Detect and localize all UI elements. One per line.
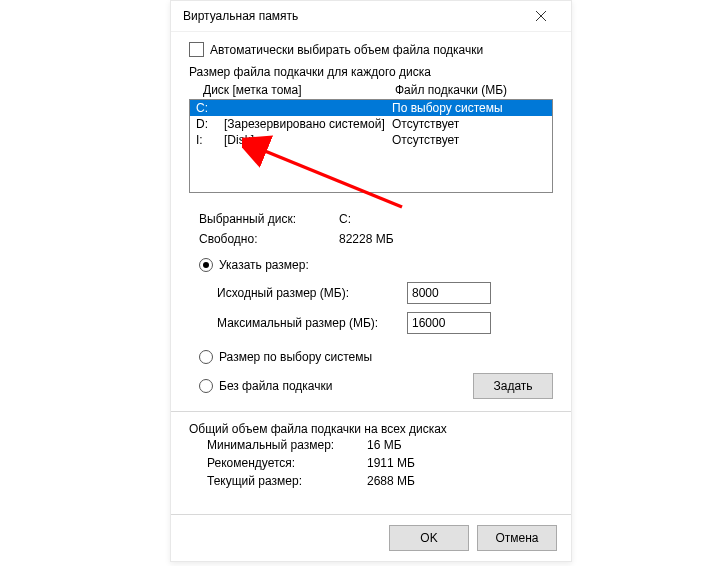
drive-volume-label: [Disk] [224,133,392,147]
radio-custom-size-label: Указать размер: [219,258,309,272]
virtual-memory-dialog: Виртуальная память Автоматически выбират… [170,0,572,562]
drive-letter: C: [196,101,224,115]
radio-system-managed[interactable] [199,350,213,364]
max-size-input[interactable] [407,312,491,334]
set-button[interactable]: Задать [473,373,553,399]
current-size-label: Текущий размер: [207,474,367,488]
radio-no-pagefile[interactable] [199,379,213,393]
dialog-footer: OK Отмена [171,514,571,561]
recommended-value: 1911 МБ [367,456,415,470]
list-header-pagefile: Файл подкачки (МБ) [395,83,547,97]
max-size-label: Максимальный размер (МБ): [217,316,407,330]
current-size-value: 2688 МБ [367,474,415,488]
free-space-label: Свободно: [199,232,339,246]
radio-system-managed-label: Размер по выбору системы [219,350,372,364]
selected-drive-label: Выбранный диск: [199,212,339,226]
min-size-label: Минимальный размер: [207,438,367,452]
auto-manage-checkbox[interactable] [189,42,204,57]
drive-row-d[interactable]: D: [Зарезервировано системой] Отсутствуе… [190,116,552,132]
close-icon [536,11,546,21]
totals-caption: Общий объем файла подкачки на всех диска… [189,422,553,436]
recommended-label: Рекомендуется: [207,456,367,470]
ok-button[interactable]: OK [389,525,469,551]
selected-drive-value: C: [339,212,351,226]
drive-letter: D: [196,117,224,131]
drive-volume-label: [Зарезервировано системой] [224,117,392,131]
drive-row-c[interactable]: C: По выбору системы [190,100,552,116]
drive-pagefile: Отсутствует [392,133,546,147]
drive-pagefile: Отсутствует [392,117,546,131]
divider [171,411,571,412]
list-header: Диск [метка тома] Файл подкачки (МБ) [189,81,553,97]
drive-row-i[interactable]: I: [Disk] Отсутствует [190,132,552,148]
initial-size-label: Исходный размер (МБ): [217,286,407,300]
cancel-button[interactable]: Отмена [477,525,557,551]
radio-custom-size[interactable] [199,258,213,272]
drive-pagefile: По выбору системы [392,101,546,115]
list-header-disk: Диск [метка тома] [203,83,395,97]
close-button[interactable] [521,2,561,30]
radio-no-pagefile-label: Без файла подкачки [219,379,332,393]
drive-list[interactable]: C: По выбору системы D: [Зарезервировано… [189,99,553,193]
window-title: Виртуальная память [183,9,298,23]
free-space-value: 82228 МБ [339,232,394,246]
drive-letter: I: [196,133,224,147]
titlebar: Виртуальная память [171,1,571,32]
initial-size-input[interactable] [407,282,491,304]
auto-manage-label: Автоматически выбирать объем файла подка… [210,43,483,57]
min-size-value: 16 МБ [367,438,402,452]
list-caption: Размер файла подкачки для каждого диска [189,65,553,79]
